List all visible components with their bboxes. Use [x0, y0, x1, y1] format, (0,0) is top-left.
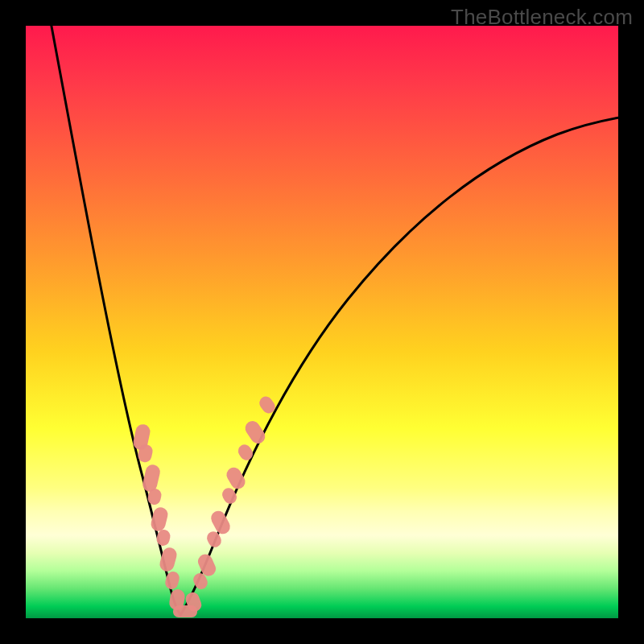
chart-frame: TheBottleneck.com — [0, 0, 644, 644]
svg-rect-17 — [236, 442, 255, 462]
svg-rect-2 — [141, 463, 161, 493]
svg-rect-4 — [150, 506, 170, 532]
plot-area — [26, 26, 618, 618]
marker-cluster-left — [132, 423, 197, 617]
svg-rect-5 — [155, 528, 171, 547]
curve-right-branch — [180, 116, 618, 615]
watermark-text: TheBottleneck.com — [451, 5, 633, 30]
marker-cluster-right — [184, 394, 277, 613]
svg-rect-16 — [224, 464, 248, 491]
chart-svg — [26, 26, 618, 618]
